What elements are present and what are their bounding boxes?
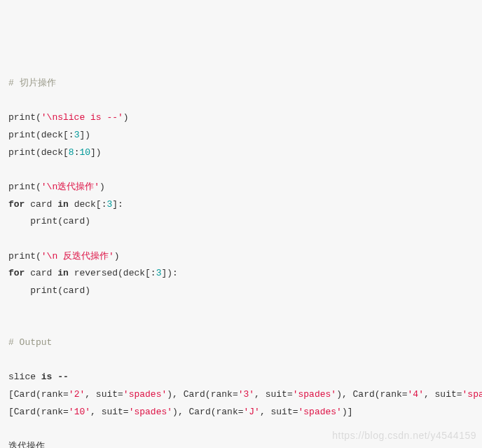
code-line — [8, 317, 482, 334]
code-line: print('\n迭代操作') — [8, 179, 482, 196]
code-token: , suit= — [85, 389, 123, 400]
code-line: print('\n 反迭代操作') — [8, 248, 482, 266]
code-token: for — [8, 199, 25, 210]
code-token: '4' — [408, 389, 424, 400]
code-token: '\n迭代操作' — [41, 182, 99, 192]
code-line — [8, 161, 482, 179]
code-token: ), Card(rank= — [167, 389, 237, 400]
code-line: # 切片操作 — [8, 75, 482, 93]
code-token: print( — [8, 112, 41, 123]
code-token: ]: — [112, 199, 123, 210]
code-token: 8 — [69, 147, 74, 158]
code-line — [8, 352, 482, 369]
code-token: 'spades' — [129, 407, 172, 417]
code-token: 'spades' — [123, 389, 167, 400]
code-token: ) — [114, 251, 120, 262]
code-token: slice — [8, 372, 41, 382]
code-token: 'spades' — [298, 407, 342, 417]
code-token: '2' — [69, 389, 85, 400]
code-line: [Card(rank='2', suit='spades'), Card(ran… — [8, 386, 482, 404]
code-token: card — [25, 268, 57, 278]
code-token: print( — [8, 251, 41, 262]
code-line — [8, 231, 482, 248]
code-token: for — [8, 268, 25, 278]
code-line: print(deck[8:10]) — [8, 144, 482, 162]
code-token: ) — [123, 112, 129, 123]
code-token: '\nslice is --' — [41, 112, 123, 123]
code-token: '10' — [69, 407, 90, 417]
code-line: 迭代操作 — [8, 438, 482, 448]
code-token: card — [25, 199, 57, 210]
code-line: # Output — [8, 334, 482, 352]
code-token: 'spades' — [293, 389, 336, 400]
code-token: ), Card(rank= — [172, 407, 243, 417]
code-token: # Output — [8, 337, 52, 348]
code-line — [8, 421, 482, 439]
code-token: , suit= — [254, 389, 293, 400]
code-block: # 切片操作 print('\nslice is --')print(deck[… — [8, 75, 482, 448]
code-token: print(card) — [8, 216, 90, 226]
code-token: '\n 反迭代操作' — [41, 251, 114, 262]
code-token: ]) — [90, 147, 102, 158]
code-token: ) — [99, 182, 105, 192]
code-token: is — [41, 372, 53, 382]
code-token: reversed(deck[: — [69, 268, 156, 278]
code-line: print(card) — [8, 213, 482, 231]
code-token: in — [57, 268, 69, 278]
code-token: '3' — [238, 389, 254, 400]
code-token: deck[: — [69, 199, 107, 210]
code-token: print(card) — [8, 285, 90, 296]
code-token: in — [57, 199, 69, 210]
code-line: print('\nslice is --') — [8, 109, 482, 127]
code-token: ]) — [79, 130, 90, 140]
code-line — [8, 92, 482, 109]
code-line: for card in deck[:3]: — [8, 196, 482, 214]
code-token: 'J' — [244, 407, 260, 417]
code-token: , suit= — [424, 389, 462, 400]
code-line: slice is -- — [8, 369, 482, 386]
code-token: [Card(rank= — [8, 389, 69, 400]
code-token: print(deck[ — [8, 147, 69, 158]
code-token: 10 — [79, 147, 90, 158]
code-line: for card in reversed(deck[:3]): — [8, 265, 482, 283]
code-token: , suit= — [90, 407, 129, 417]
code-line: print(card) — [8, 283, 482, 300]
code-token: 'spad — [462, 389, 482, 400]
code-token: print(deck[: — [8, 130, 74, 140]
code-line — [8, 300, 482, 318]
code-token: , suit= — [260, 407, 298, 417]
code-token: [Card(rank= — [8, 407, 69, 417]
code-token: 迭代操作 — [8, 441, 45, 448]
code-line: print(deck[:3]) — [8, 127, 482, 144]
code-token: ), Card(rank= — [336, 389, 407, 400]
code-line: [Card(rank='10', suit='spades'), Card(ra… — [8, 404, 482, 421]
code-token: -- — [57, 372, 69, 382]
code-token: )] — [342, 407, 353, 417]
code-token: # 切片操作 — [8, 78, 56, 88]
code-token: ]): — [161, 268, 177, 278]
code-token: print( — [8, 182, 41, 192]
